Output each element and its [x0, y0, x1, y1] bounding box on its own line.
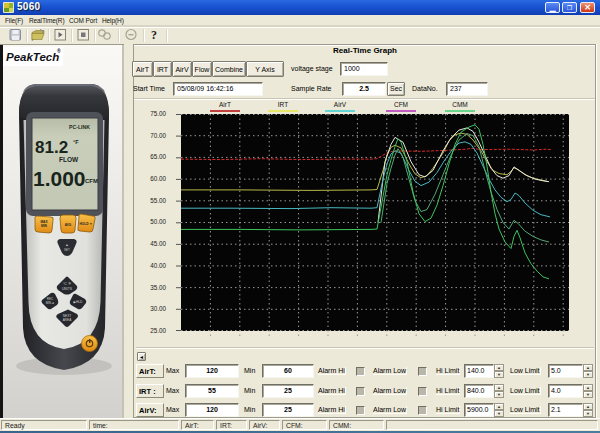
svg-text:HOLD ▼: HOLD ▼: [79, 222, 92, 226]
svg-text:MIN: MIN: [41, 224, 48, 228]
svg-text:°F: °F: [73, 139, 79, 145]
svg-text:SET: SET: [64, 248, 70, 252]
svg-text:▲: ▲: [65, 243, 68, 247]
svg-text:81.2: 81.2: [35, 138, 68, 157]
svg-text:FLOW: FLOW: [59, 156, 79, 163]
svg-text:AREA: AREA: [63, 318, 73, 322]
svg-text:°C °F: °C °F: [63, 282, 71, 286]
svg-text:PC-LINK: PC-LINK: [69, 124, 90, 130]
svg-text:®: ®: [57, 48, 61, 54]
svg-text:1.000: 1.000: [33, 167, 86, 190]
svg-text:CFM: CFM: [85, 178, 98, 184]
svg-text:UNITS: UNITS: [62, 287, 73, 291]
svg-text:?: ?: [151, 28, 157, 42]
svg-text:▶HLD: ▶HLD: [74, 300, 84, 304]
svg-text:AVG: AVG: [65, 223, 72, 227]
svg-text:MIN◄: MIN◄: [46, 301, 54, 305]
svg-text:PeakTech: PeakTech: [6, 51, 59, 63]
